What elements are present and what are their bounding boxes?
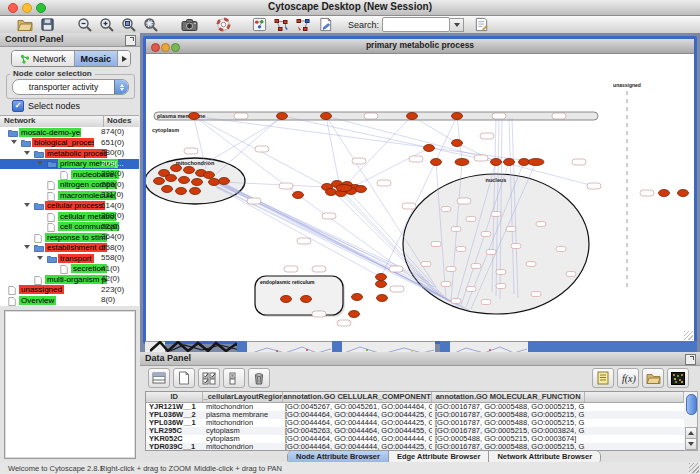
tree-row[interactable]: primary metabo209(... <box>0 159 139 170</box>
chevron-right-icon <box>122 56 127 62</box>
tree-col-nodes: Nodes <box>103 116 131 127</box>
node-color-selection-label: Node color selection <box>10 69 95 78</box>
save-icon[interactable] <box>36 17 58 32</box>
tree-row[interactable]: nucleobase-209(0) <box>0 169 139 180</box>
zoom-fit-icon[interactable] <box>140 17 162 32</box>
column-header[interactable]: annotation.GO CELLULAR_COMPONENT <box>283 392 433 402</box>
app-resize-grip[interactable] <box>689 463 699 473</box>
vizmapper-icon[interactable] <box>248 17 270 32</box>
file-icon <box>34 234 42 243</box>
unselect-attributes-icon[interactable] <box>223 368 245 388</box>
float-panel-icon[interactable] <box>125 35 136 46</box>
scrollbar-thumb[interactable] <box>686 394 697 415</box>
window-resize-grip[interactable] <box>684 331 693 340</box>
table-row[interactable]: YKR052Ccytoplasm[GO:0044464, GO:0044446,… <box>146 435 684 443</box>
scroll-down-button[interactable] <box>685 438 697 450</box>
disclosure-triangle-icon[interactable] <box>24 203 30 207</box>
search-dropdown-button[interactable] <box>450 18 464 32</box>
snapshot-icon[interactable] <box>178 17 200 32</box>
search-input[interactable] <box>382 17 450 32</box>
zoom-out-icon[interactable] <box>74 17 96 32</box>
tree-row[interactable]: multi-organism pro42(0) <box>0 274 139 285</box>
table-row[interactable]: YPL036W__1mitochondrion[GO:0044464, GO:0… <box>146 419 684 427</box>
tree-row[interactable]: unassigned223(0) <box>0 285 139 296</box>
table-row[interactable]: YDR039C__1mitochondrion[GO:0044464, GO:0… <box>146 443 684 450</box>
folder-icon <box>34 202 44 210</box>
table-row[interactable]: YJR121W__1mitochondrion[GO:0045267, GO:0… <box>146 403 684 411</box>
background-window-edge[interactable] <box>332 341 342 352</box>
tab-mosaic[interactable]: Mosaic <box>75 51 118 66</box>
table-row[interactable]: YLR295Ccytoplasm[GO:0045263, GO:0044464,… <box>146 427 684 435</box>
disclosure-triangle-icon[interactable] <box>11 140 17 144</box>
background-window-edge[interactable] <box>237 341 247 352</box>
table-cell: [GO:0016787, GO:0005488, GO:0005215, G..… <box>432 411 585 419</box>
select-nodes-checkbox[interactable]: ✓ <box>12 100 24 112</box>
new-attribute-icon[interactable] <box>173 368 195 388</box>
tree-row-count: 651(0) <box>101 138 124 149</box>
tree-row-count: 41(0) <box>101 264 120 275</box>
tree-row-count: 558(0) <box>101 243 124 254</box>
tree-row[interactable]: establishment of lo558(0) <box>0 243 139 254</box>
disclosure-triangle-icon[interactable] <box>37 256 43 260</box>
node-color-combobox[interactable]: transporter activity <box>12 79 129 95</box>
import-attributes-icon[interactable] <box>592 368 614 388</box>
file-icon <box>47 213 55 222</box>
table-cell: YPL036W__2 <box>146 411 203 419</box>
tab-overflow-button[interactable] <box>118 51 130 66</box>
tree-row[interactable]: mosaic-demo-yeast874(0) <box>0 127 139 138</box>
select-attributes-icon[interactable] <box>198 368 220 388</box>
titlebar[interactable]: Cytoscape Desktop (New Session) <box>0 0 700 16</box>
layout-1-icon[interactable] <box>270 17 292 32</box>
open-icon[interactable] <box>14 17 36 32</box>
disclosure-triangle-icon[interactable] <box>37 161 43 165</box>
table-scrollbar[interactable] <box>684 391 698 451</box>
tree-row[interactable]: transport558(0) <box>0 253 139 264</box>
tree-row[interactable]: cell communicat22(0) <box>0 222 139 233</box>
tree-row[interactable]: cellular process614(0) <box>0 201 139 212</box>
zoom-selected-icon[interactable] <box>118 17 140 32</box>
tree-row-count: 42(0) <box>101 274 120 285</box>
float-panel-icon[interactable] <box>685 354 696 365</box>
tree-row-label: transport <box>58 254 94 263</box>
tree-row[interactable]: Overview8(0) <box>0 295 139 306</box>
attribute-table-icon[interactable] <box>148 368 170 388</box>
tree-row[interactable]: secretion41(0) <box>0 264 139 275</box>
column-header[interactable]: ID <box>146 392 203 402</box>
background-window-edge[interactable] <box>440 341 450 352</box>
data-panel-title: Data Panel <box>145 353 191 363</box>
tab-network[interactable]: Network <box>12 51 75 66</box>
tree-row[interactable]: response to stimulu264(0) <box>0 232 139 243</box>
annotation-icon[interactable] <box>314 17 336 32</box>
layout-2-icon[interactable] <box>292 17 314 32</box>
table-cell: plasma membrane <box>203 411 282 419</box>
tree-row-label: metabolic process <box>45 149 107 158</box>
search-options-icon[interactable] <box>470 17 492 32</box>
table-cell: YLR295C <box>146 427 203 435</box>
disclosure-triangle-icon[interactable] <box>24 151 30 155</box>
network-view-title: primary metabolic process <box>146 40 694 50</box>
column-header[interactable]: annotation.GO MOLECULAR_FUNCTION <box>432 392 585 402</box>
network-canvas[interactable]: plasma membranecytoplasmmitochondrionnuc… <box>146 54 694 341</box>
tree-row-label: multi-organism pro <box>45 275 107 284</box>
tree-row[interactable]: cellular metabo209(0) <box>0 211 139 222</box>
load-attributes-icon[interactable] <box>642 368 664 388</box>
column-header[interactable] <box>585 392 684 402</box>
disclosure-triangle-icon[interactable] <box>24 245 30 249</box>
tree-row[interactable]: nitrogen compo209(0) <box>0 180 139 191</box>
table-cell <box>585 419 684 427</box>
table-row[interactable]: YPL036W__2plasma membrane[GO:0044464, GO… <box>146 411 684 419</box>
birds-eye-view[interactable] <box>4 310 136 459</box>
attribute-matrix-icon[interactable] <box>667 368 689 388</box>
help-icon[interactable] <box>212 17 234 32</box>
tree-row[interactable]: biological_process651(0) <box>0 138 139 149</box>
function-builder-icon[interactable]: f(x) <box>617 368 639 388</box>
tree-row[interactable]: macromolecule311(0) <box>0 190 139 201</box>
tree-row-count: 311(0) <box>101 190 124 201</box>
background-window-edge[interactable] <box>528 341 697 352</box>
network-view-titlebar[interactable]: primary metabolic process <box>146 39 694 54</box>
zoom-in-icon[interactable] <box>96 17 118 32</box>
column-header[interactable]: _cellularLayoutRegion <box>203 392 282 402</box>
tree-row[interactable]: metabolic process280(0) <box>0 148 139 159</box>
delete-attribute-icon[interactable] <box>248 368 270 388</box>
combobox-stepper <box>114 80 128 94</box>
